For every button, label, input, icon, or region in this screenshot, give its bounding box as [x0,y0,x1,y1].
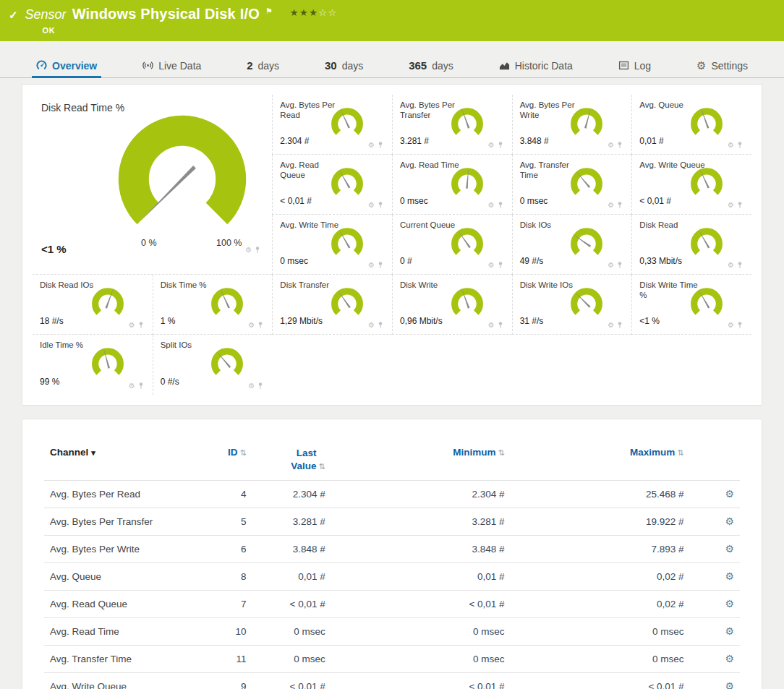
pin-icon[interactable] [498,262,503,269]
gauge-disk-write[interactable]: Disk Write0,96 Mbit/s⚙ [392,275,512,335]
gear-icon[interactable]: ⚙ [368,262,375,269]
channel-settings-gear-icon[interactable]: ⚙ [725,543,734,555]
gear-icon[interactable]: ⚙ [488,262,495,269]
pin-icon[interactable] [378,262,383,269]
channel-name[interactable]: Avg. Write Queue [44,673,195,689]
gear-icon[interactable]: ⚙ [728,142,734,149]
gauge-avg-read-time[interactable]: Avg. Read Time0 msec⚙ [392,155,512,215]
pin-icon[interactable] [498,322,503,329]
gauge-disk-ios[interactable]: Disk IOs49 #/s⚙ [512,215,632,275]
tab-2-days[interactable]: 2days [244,54,282,77]
sort-icon: ⇅ [318,462,325,471]
column-header-channel[interactable]: Channel▾ [44,444,195,481]
gauge-avg-bytes-per-transfer[interactable]: Avg. Bytes Per Transfer3.281 #⚙ [392,95,512,155]
gear-icon[interactable]: ⚙ [368,322,375,329]
gear-icon[interactable]: ⚙ [248,322,255,329]
gear-icon[interactable]: ⚙ [129,382,135,390]
gauge-disk-write-ios[interactable]: Disk Write IOs31 #/s⚙ [512,275,632,335]
channel-name[interactable]: Avg. Read Queue [44,591,195,618]
channel-settings-gear-icon[interactable]: ⚙ [725,625,734,637]
star-filled-icon[interactable]: ★ [299,7,309,18]
pin-icon[interactable] [617,142,623,149]
pin-icon[interactable] [737,262,743,269]
tab-live-data[interactable]: Live Data [140,54,204,77]
gear-icon[interactable]: ⚙ [728,262,734,269]
gear-icon[interactable]: ⚙ [368,142,375,149]
pin-icon[interactable] [617,322,623,329]
gauge-avg-read-queue[interactable]: Avg. Read Queue< 0,01 #⚙ [272,155,392,215]
channel-settings-gear-icon[interactable]: ⚙ [725,488,734,500]
gauge-disk-transfer[interactable]: Disk Transfer1,29 Mbit/s⚙ [272,275,392,335]
channel-settings-gear-icon[interactable]: ⚙ [725,570,734,582]
channel-name[interactable]: Avg. Bytes Per Write [44,536,195,563]
channel-settings-gear-icon[interactable]: ⚙ [725,598,734,609]
column-header-maximum[interactable]: Maximum⇅ [511,444,690,481]
pin-icon[interactable] [257,322,263,329]
tab-365-days[interactable]: 365days [406,54,456,77]
gear-icon[interactable]: ⚙ [245,247,252,254]
pin-icon[interactable] [138,322,144,329]
pin-icon[interactable] [255,247,260,254]
gauge-current-queue[interactable]: Current Queue0 #⚙ [392,215,512,275]
pin-icon[interactable] [378,202,383,209]
column-header-id[interactable]: ID⇅ [195,444,252,481]
pin-icon[interactable] [617,262,623,269]
gauge-disk-time[interactable]: Disk Time %1 %⚙ [153,275,273,335]
gear-icon[interactable]: ⚙ [488,202,495,209]
gauge-avg-queue[interactable]: Avg. Queue0,01 #⚙ [631,95,751,155]
star-filled-icon[interactable]: ★ [309,7,318,18]
gauge-avg-bytes-per-write[interactable]: Avg. Bytes Per Write3.848 #⚙ [512,95,632,155]
channel-name[interactable]: Avg. Bytes Per Read [44,481,195,508]
channel-settings-gear-icon[interactable]: ⚙ [725,653,734,664]
gear-icon[interactable]: ⚙ [728,322,734,329]
channel-settings-gear-icon[interactable]: ⚙ [725,515,734,527]
gauge-disk-read[interactable]: Disk Read0,33 Mbit/s⚙ [631,215,751,275]
gauge-idle-time[interactable]: Idle Time %99 %⚙ [33,335,153,395]
pin-icon[interactable] [617,202,623,209]
flag-icon[interactable]: ⚑ [265,7,273,16]
pin-icon[interactable] [737,322,743,329]
channel-name[interactable]: Avg. Queue [44,563,195,591]
pin-icon[interactable] [498,142,503,149]
pin-icon[interactable] [257,382,263,390]
channel-name[interactable]: Avg. Bytes Per Transfer [44,508,195,536]
column-header-last-value[interactable]: Last Value⇅ [252,444,331,481]
gauge-disk-write-time[interactable]: Disk Write Time %<1 %⚙ [631,275,751,335]
pin-icon[interactable] [498,202,503,209]
gear-icon[interactable]: ⚙ [608,202,614,209]
pin-icon[interactable] [378,142,383,149]
gear-icon[interactable]: ⚙ [728,202,734,209]
pin-icon[interactable] [138,382,144,390]
tab-log[interactable]: Log [615,54,654,77]
gear-icon[interactable]: ⚙ [248,382,255,390]
gear-icon[interactable]: ⚙ [488,322,495,329]
pin-icon[interactable] [378,322,383,329]
gear-icon[interactable]: ⚙ [608,322,614,329]
gear-icon[interactable]: ⚙ [488,142,495,149]
column-header-minimum[interactable]: Minimum⇅ [331,444,511,481]
gear-icon[interactable]: ⚙ [129,322,135,329]
star-filled-icon[interactable]: ★ [290,7,299,18]
main-gauge-disk-read-time[interactable]: Disk Read Time % <1 % 0 % 100 % ⚙ [33,95,272,275]
channel-name[interactable]: Avg. Transfer Time [44,646,195,673]
gauge-avg-write-time[interactable]: Avg. Write Time0 msec⚙ [272,215,392,275]
star-empty-icon[interactable]: ☆ [318,7,328,18]
pin-icon[interactable] [737,142,743,149]
gauge-split-ios[interactable]: Split IOs0 #/s⚙ [153,335,273,395]
tab-overview[interactable]: Overview [33,54,100,77]
gauge-avg-bytes-per-read[interactable]: Avg. Bytes Per Read2.304 #⚙ [272,95,392,155]
tab-historic-data[interactable]: Historic Data [496,54,576,77]
gauge-avg-write-queue[interactable]: Avg. Write Queue< 0,01 #⚙ [631,155,751,215]
gauge-disk-read-ios[interactable]: Disk Read IOs18 #/s⚙ [33,275,153,335]
gear-icon[interactable]: ⚙ [608,262,614,269]
gear-icon[interactable]: ⚙ [368,202,375,209]
gauge-avg-transfer-time[interactable]: Avg. Transfer Time0 msec⚙ [512,155,632,215]
star-empty-icon[interactable]: ☆ [328,7,337,18]
gear-icon[interactable]: ⚙ [608,142,614,149]
pin-icon[interactable] [737,202,743,209]
channel-settings-gear-icon[interactable]: ⚙ [725,680,734,689]
tab-30-days[interactable]: 30days [322,54,366,77]
tab-settings[interactable]: ⚙Settings [694,54,751,77]
priority-stars[interactable]: ★★★☆☆ [290,7,338,18]
channel-name[interactable]: Avg. Read Time [44,618,195,646]
